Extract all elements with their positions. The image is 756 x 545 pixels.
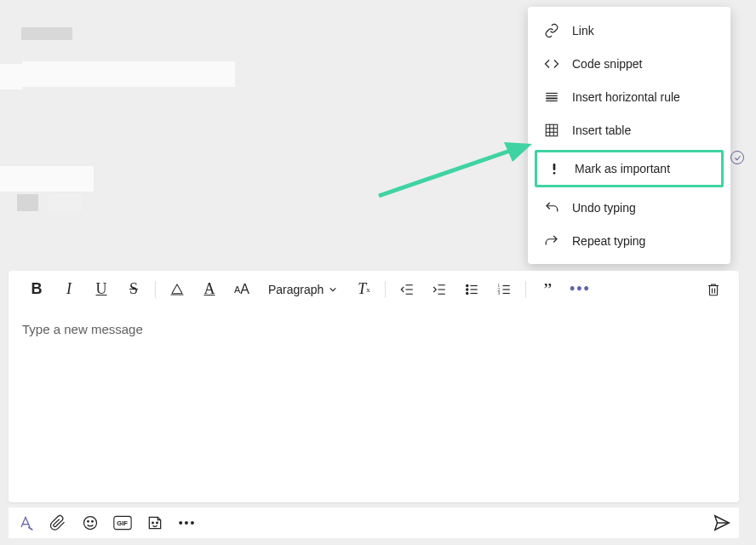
redacted-block [0, 166, 94, 192]
svg-point-42 [157, 522, 158, 524]
more-actions-button[interactable]: ••• [177, 513, 198, 533]
toolbar-separator [385, 281, 386, 298]
toolbar-separator [525, 281, 526, 298]
undo-icon [543, 200, 560, 215]
svg-rect-9 [553, 164, 556, 170]
underline-button[interactable]: U [85, 276, 117, 303]
message-placeholder: Type a new message [22, 322, 143, 336]
quote-button[interactable]: ” [531, 276, 564, 303]
menu-item-label: Mark as important [575, 162, 670, 175]
horizontal-rule-icon [543, 89, 560, 105]
toolbar-separator [155, 281, 156, 298]
paragraph-label: Paragraph [268, 283, 324, 296]
svg-line-11 [379, 149, 515, 196]
svg-text:GIF: GIF [117, 519, 128, 527]
svg-point-37 [88, 521, 89, 523]
compose-box: B I U S A AA Paragraph Tx [9, 271, 739, 502]
highlight-button[interactable] [161, 276, 193, 303]
sticker-button[interactable] [145, 513, 165, 533]
font-color-button[interactable]: A [193, 276, 226, 303]
more-formatting-button[interactable]: ••• [564, 276, 596, 303]
svg-point-24 [467, 292, 468, 294]
svg-rect-4 [546, 124, 558, 136]
menu-item-label: Insert horizontal rule [572, 90, 680, 104]
redacted-block [21, 27, 72, 40]
menu-item-label: Repeat typing [572, 234, 645, 248]
format-toggle-button[interactable] [15, 513, 36, 533]
font-size-button[interactable]: AA [226, 276, 258, 303]
status-check-icon [730, 151, 744, 164]
gif-button[interactable]: GIF [112, 513, 133, 533]
outdent-button[interactable] [391, 276, 423, 303]
menu-item-repeat-typing[interactable]: Repeat typing [528, 224, 730, 257]
svg-point-36 [84, 517, 97, 530]
link-icon [543, 23, 560, 38]
indent-button[interactable] [423, 276, 455, 303]
attach-button[interactable] [48, 513, 68, 533]
send-button[interactable] [712, 513, 732, 533]
tutorial-arrow [375, 132, 532, 200]
delete-button[interactable] [700, 276, 727, 303]
code-icon [543, 56, 560, 72]
svg-point-10 [553, 172, 556, 175]
emoji-button[interactable] [80, 513, 100, 533]
strikethrough-button[interactable]: S [117, 276, 150, 303]
numbered-list-button[interactable]: 1 2 3 [488, 276, 520, 303]
clear-formatting-button[interactable]: Tx [347, 276, 380, 303]
menu-item-label: Code snippet [572, 57, 643, 71]
menu-item-link[interactable]: Link [528, 14, 730, 47]
svg-point-38 [92, 521, 94, 523]
svg-point-41 [152, 522, 154, 524]
menu-item-mark-important[interactable]: Mark as important [537, 152, 721, 185]
chevron-down-icon [329, 285, 337, 294]
svg-rect-32 [710, 285, 718, 295]
format-toolbar: B I U S A AA Paragraph Tx [9, 271, 739, 308]
svg-point-22 [467, 288, 468, 290]
redacted-block [17, 194, 38, 211]
bold-button[interactable]: B [20, 276, 53, 303]
redo-icon [543, 233, 560, 249]
table-icon [543, 123, 560, 138]
message-input[interactable]: Type a new message [9, 308, 739, 502]
redacted-block [0, 64, 22, 89]
bullet-list-button[interactable] [455, 276, 488, 303]
svg-point-20 [467, 284, 468, 286]
more-options-menu: Link Code snippet Insert horizontal rule [528, 7, 730, 264]
svg-text:3: 3 [498, 290, 501, 295]
menu-item-insert-table[interactable]: Insert table [528, 113, 730, 146]
menu-item-label: Undo typing [572, 201, 636, 215]
redacted-block [22, 61, 235, 87]
tutorial-highlight: Mark as important [535, 150, 724, 187]
menu-item-horizontal-rule[interactable]: Insert horizontal rule [528, 80, 730, 113]
menu-item-label: Insert table [572, 123, 631, 137]
italic-button[interactable]: I [53, 276, 85, 303]
compose-actions: GIF ••• [9, 508, 739, 538]
redacted-block [49, 194, 83, 211]
menu-item-code-snippet[interactable]: Code snippet [528, 47, 730, 80]
paragraph-style-dropdown[interactable]: Paragraph [258, 276, 347, 303]
important-icon [546, 162, 563, 175]
menu-item-label: Link [572, 24, 594, 37]
menu-item-undo-typing[interactable]: Undo typing [528, 191, 730, 224]
